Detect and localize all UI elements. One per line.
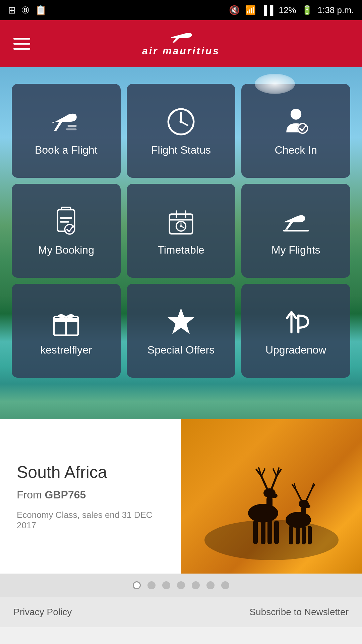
hamburger-line-1	[13, 38, 30, 40]
svg-marker-27	[167, 308, 194, 334]
clock-circle-icon	[166, 107, 196, 137]
promo-from-price: From GBP765	[17, 489, 164, 501]
my-flights-label: My Flights	[272, 244, 320, 256]
carousel-dots	[0, 574, 362, 597]
hotspot-icon: 📶	[245, 5, 256, 15]
carousel-dot-6[interactable]	[206, 581, 215, 589]
gift-icon	[51, 307, 81, 337]
app-footer: Privacy Policy Subscribe to Newsletter	[0, 597, 362, 627]
tile-check-in[interactable]: Check In	[241, 84, 350, 178]
carousel-dot-7[interactable]	[221, 581, 229, 589]
svg-rect-35	[253, 521, 258, 544]
signal-icon: ▐▐	[261, 5, 274, 15]
my-booking-label: My Booking	[38, 244, 94, 256]
svg-rect-11	[60, 221, 69, 223]
promo-price: GBP765	[45, 489, 86, 501]
tile-book-a-flight[interactable]: Book a Flight	[12, 84, 121, 178]
svg-point-47	[286, 512, 311, 528]
status-bar-left: ⊞ ⑧ 📋	[8, 5, 47, 16]
sky-clouds	[255, 74, 295, 94]
tile-kestrelflyer[interactable]: kestrelflyer	[12, 284, 121, 378]
svg-rect-0	[68, 125, 77, 127]
tile-flight-status[interactable]: Flight Status	[127, 84, 236, 178]
logo-text: air mauritius	[142, 45, 220, 57]
svg-point-50	[305, 504, 310, 508]
booking-document-icon	[51, 207, 81, 237]
carousel-dot-4[interactable]	[177, 581, 185, 589]
svg-rect-10	[60, 217, 72, 219]
svg-rect-51	[289, 526, 293, 544]
svg-rect-54	[308, 526, 312, 544]
check-in-label: Check In	[275, 144, 317, 156]
carousel-dot-1[interactable]	[133, 581, 141, 589]
hamburger-line-2	[13, 43, 30, 45]
svg-rect-32	[266, 496, 273, 515]
svg-point-21	[180, 225, 182, 227]
app-header: air mauritius	[0, 20, 362, 67]
svg-rect-1	[66, 128, 77, 130]
promo-text-area: South Africa From GBP765 Economy Class, …	[0, 419, 181, 574]
upgradenow-label: Upgradenow	[265, 343, 326, 356]
tile-timetable[interactable]: Timetable	[127, 184, 236, 278]
tile-my-booking[interactable]: My Booking	[12, 184, 121, 278]
plane-icon	[51, 107, 81, 137]
svg-rect-48	[301, 506, 306, 521]
carousel-dot-3[interactable]	[162, 581, 170, 589]
status-bar: ⊞ ⑧ 📋 🔇 📶 ▐▐ 12% 🔋 1:38 p.m.	[0, 0, 362, 20]
upgrade-icon	[281, 307, 311, 337]
gallery-icon: ⊞	[8, 5, 16, 16]
tile-special-offers[interactable]: Special Offers	[127, 284, 236, 378]
svg-rect-52	[296, 526, 300, 544]
battery-icon: 🔋	[302, 5, 312, 15]
checkin-person-icon	[281, 107, 311, 137]
book-a-flight-label: Book a Flight	[35, 144, 98, 156]
newsletter-link[interactable]: Subscribe to Newsletter	[249, 607, 349, 618]
app-logo: air mauritius	[142, 31, 220, 57]
hamburger-line-3	[13, 48, 30, 50]
timetable-icon	[166, 207, 196, 237]
promo-details: Economy Class, sales end 31 DEC 2017	[17, 510, 164, 531]
hamburger-menu[interactable]	[13, 38, 30, 50]
privacy-policy-link[interactable]: Privacy Policy	[13, 607, 72, 618]
svg-rect-53	[302, 526, 306, 544]
clock-time: 1:38 p.m.	[318, 5, 354, 15]
tile-my-flights[interactable]: My Flights	[241, 184, 350, 278]
svg-rect-38	[274, 521, 279, 544]
svg-point-6	[290, 109, 301, 119]
svg-point-31	[248, 504, 278, 523]
mute-icon: 🔇	[229, 5, 240, 15]
status-bar-right: 🔇 📶 ▐▐ 12% 🔋 1:38 p.m.	[229, 5, 354, 15]
svg-rect-37	[267, 521, 272, 544]
flight-status-label: Flight Status	[151, 144, 211, 156]
timetable-label: Timetable	[158, 244, 204, 256]
my-flights-plane-icon	[281, 207, 311, 237]
svg-rect-36	[261, 521, 265, 544]
battery-percent: 12%	[279, 5, 296, 15]
kestrelflyer-label: kestrelflyer	[40, 343, 92, 356]
hero-section: Book a Flight Flight Status Check In	[0, 67, 362, 419]
carousel-dot-5[interactable]	[192, 581, 200, 589]
logo-plane-icon	[168, 31, 194, 44]
tile-upgradenow[interactable]: Upgradenow	[241, 284, 350, 378]
clipboard-icon: 📋	[35, 5, 47, 16]
from-label: From	[17, 489, 45, 501]
8ball-icon: ⑧	[21, 5, 29, 16]
special-offers-label: Special Offers	[147, 343, 215, 356]
svg-point-34	[271, 493, 278, 498]
tiles-grid: Book a Flight Flight Status Check In	[12, 84, 350, 378]
star-icon	[166, 307, 196, 337]
promo-destination: South Africa	[17, 463, 164, 482]
promo-image	[181, 419, 362, 574]
promo-section: South Africa From GBP765 Economy Class, …	[0, 419, 362, 574]
svg-point-5	[179, 120, 182, 123]
carousel-dot-2[interactable]	[147, 581, 156, 589]
deer-silhouette-image	[204, 433, 339, 560]
